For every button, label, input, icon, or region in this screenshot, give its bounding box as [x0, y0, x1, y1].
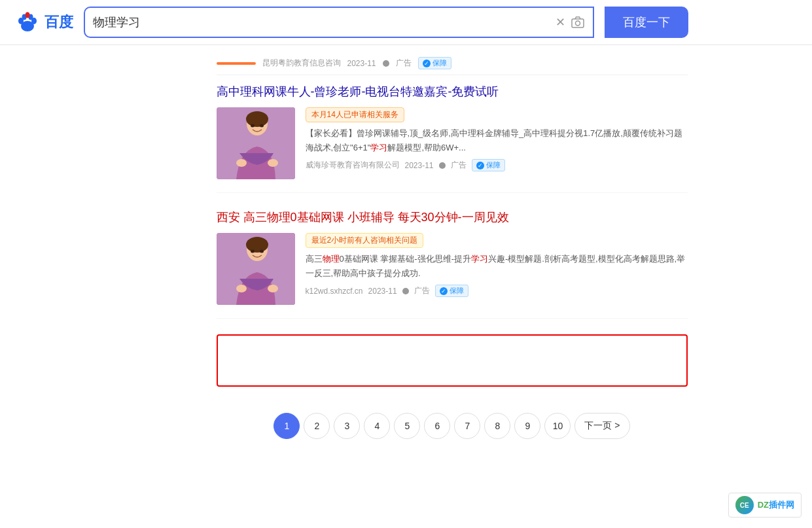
page-button-6[interactable]: 6: [424, 413, 450, 439]
result-desc-2: 高三物理0基础网课 掌握基础-强化思维-提升学习兴趣-模型解题.剖析高考题型,模…: [306, 252, 688, 281]
ad-label-2: 广告: [414, 285, 430, 296]
guarantee-text-2: 保障: [450, 286, 464, 296]
page-button-5[interactable]: 5: [394, 413, 420, 439]
result-item-2: 西安 高三物理0基础网课 小班辅导 每天30分钟-一周见效: [217, 209, 688, 319]
result-desc-text-1: 【家长必看】曾珍网课辅导,顶_级名师,高中理科金牌辅导_高中理科提分视1.7亿播…: [306, 128, 682, 152]
svg-point-13: [268, 159, 278, 167]
result-text-area-2: 最近2小时前有人咨询相关问题 高三物理0基础网课 掌握基础-强化思维-提升学习兴…: [306, 233, 688, 305]
result-desc-prefix-2: 高三: [306, 254, 323, 264]
svg-point-18: [246, 237, 268, 253]
result-meta-2: k12wd.sxhzcf.cn 2023-11 广告 ✓ 保障: [306, 285, 688, 297]
ad-top-date: 2023-11: [347, 59, 376, 68]
result-highlight2-2: 学习: [471, 254, 488, 264]
svg-point-8: [576, 21, 580, 26]
page-button-3[interactable]: 3: [334, 413, 360, 439]
result-person-svg-1: [217, 107, 295, 179]
result-body-1: 本月14人已申请相关服务 【家长必看】曾珍网课辅导,顶_级名师,高中理科金牌辅导…: [217, 107, 688, 179]
ad-top-source: 昆明粤韵教育信息咨询: [262, 58, 341, 69]
svg-point-14: [251, 124, 255, 128]
guarantee-check-icon-1: ✓: [476, 162, 484, 169]
guarantee-check-icon: ✓: [423, 60, 431, 67]
search-camera-button[interactable]: [571, 15, 585, 29]
result-image-placeholder-1: [217, 107, 295, 179]
svg-point-6: [26, 12, 30, 18]
page-next-button[interactable]: 下一页 >: [574, 413, 629, 439]
logo-area: 百度: [13, 8, 73, 37]
verify-dot-icon: [383, 60, 389, 67]
page-button-8[interactable]: 8: [484, 413, 510, 439]
svg-rect-7: [572, 19, 584, 27]
result-highlight-1: 学习: [370, 143, 387, 152]
result-desc-suffix-1: 解题模型,帮助6W+...: [387, 143, 466, 152]
result-item-1: 高中理科网课牛人-曾珍老师-电视台特邀嘉宾-免费试听: [217, 83, 688, 193]
page-button-1[interactable]: 1: [274, 413, 300, 439]
pagination: 1 2 3 4 5 6 7 8 9 10 下一页 >: [217, 400, 688, 459]
logo-text: 百度: [44, 12, 73, 32]
result-text-area-1: 本月14人已申请相关服务 【家长必看】曾珍网课辅导,顶_级名师,高中理科金牌辅导…: [306, 107, 688, 179]
result-desc-1: 【家长必看】曾珍网课辅导,顶_级名师,高中理科金牌辅导_高中理科提分视1.7亿播…: [306, 126, 688, 155]
search-input[interactable]: [93, 16, 550, 29]
main-content: 昆明粤韵教育信息咨询 2023-11 广告 ✓ 保障 高中理科网课牛人-曾珍老师…: [112, 45, 701, 465]
result-meta-1: 威海珍哥教育咨询有限公司 2023-11 广告 ✓ 保障: [306, 159, 688, 171]
svg-point-22: [260, 250, 264, 253]
header: 百度 ✕ 百度一下: [0, 0, 812, 45]
result-date-1: 2023-11: [405, 161, 434, 170]
result-source-2: k12wd.sxhzcf.cn: [306, 287, 363, 296]
page-button-4[interactable]: 4: [364, 413, 390, 439]
result-body-2: 最近2小时前有人咨询相关问题 高三物理0基础网课 掌握基础-强化思维-提升学习兴…: [217, 233, 688, 305]
result-source-1: 威海珍哥教育咨询有限公司: [306, 160, 400, 171]
svg-point-20: [268, 285, 278, 292]
result-link-1[interactable]: 高中理科网课牛人-曾珍老师-电视台特邀嘉宾-免费试听: [217, 85, 499, 98]
hot-badge-1: 本月14人已申请相关服务: [306, 107, 404, 122]
page-button-2[interactable]: 2: [304, 413, 330, 439]
result-link-2[interactable]: 西安 高三物理0基础网课 小班辅导 每天30分钟-一周见效: [217, 211, 509, 224]
verify-dot-1: [439, 162, 446, 169]
guarantee-badge-1: ✓ 保障: [472, 159, 505, 171]
svg-point-15: [260, 124, 264, 128]
verify-dot-2: [402, 288, 409, 294]
svg-point-19: [236, 285, 247, 292]
guarantee-check-icon-2: ✓: [440, 287, 448, 295]
baidu-logo-icon: [13, 8, 42, 37]
search-clear-button[interactable]: ✕: [556, 15, 565, 29]
guarantee-badge: ✓ 保障: [418, 57, 451, 69]
result-image-placeholder-2: [217, 233, 295, 305]
ad-label-1: 广告: [451, 160, 467, 171]
result-title-2: 西安 高三物理0基础网课 小班辅导 每天30分钟-一周见效: [217, 209, 688, 226]
search-box: ✕: [84, 7, 594, 38]
guarantee-badge-2: ✓ 保障: [435, 285, 468, 297]
result-image-1: [217, 107, 295, 179]
result-desc-middle-2: 0基础网课 掌握基础-强化思维-提升: [340, 254, 472, 264]
svg-point-12: [236, 159, 247, 167]
ad-top-label: 广告: [396, 58, 412, 69]
guarantee-text: 保障: [432, 58, 447, 68]
result-person-svg-2: [217, 233, 295, 305]
ad-top-bar: 昆明粤韵教育信息咨询 2023-11 广告 ✓ 保障: [217, 52, 688, 75]
page-button-9[interactable]: 9: [514, 413, 540, 439]
camera-icon: [571, 15, 585, 29]
guarantee-text-1: 保障: [486, 160, 501, 170]
page-button-7[interactable]: 7: [454, 413, 480, 439]
red-outlined-box: [217, 334, 688, 387]
svg-point-11: [246, 111, 268, 127]
result-date-2: 2023-11: [368, 287, 397, 296]
page-button-10[interactable]: 10: [544, 413, 571, 439]
svg-point-21: [251, 250, 255, 253]
recent-badge-2: 最近2小时前有人咨询相关问题: [306, 233, 424, 248]
result-image-2: [217, 233, 295, 305]
result-title-1: 高中理科网课牛人-曾珍老师-电视台特邀嘉宾-免费试听: [217, 83, 688, 101]
result-highlight1-2: 物理: [323, 254, 340, 264]
search-submit-button[interactable]: 百度一下: [605, 7, 688, 38]
orange-bar: [217, 62, 256, 65]
